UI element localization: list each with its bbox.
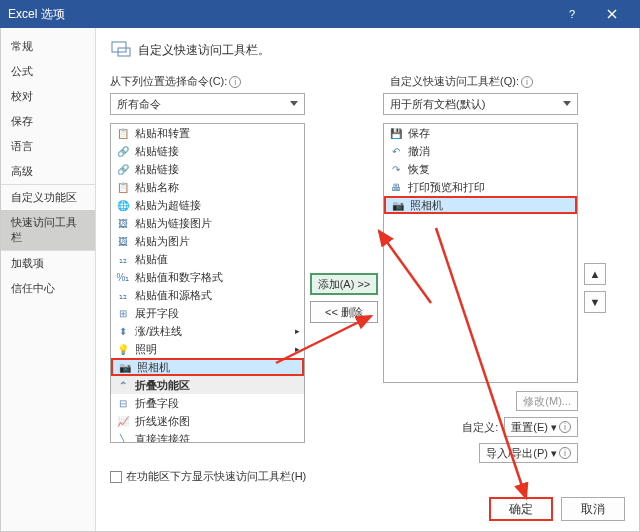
camera-icon: 📷: [117, 360, 133, 375]
undo-icon: ↶: [388, 144, 404, 159]
info-icon: i: [559, 447, 571, 459]
sidebar-item-trust[interactable]: 信任中心: [1, 276, 95, 301]
list-item[interactable]: 💾保存: [384, 124, 577, 142]
remove-button[interactable]: << 删除: [310, 301, 378, 323]
qat-commands-listbox[interactable]: 💾保存 ↶撤消 ↷恢复 🖶打印预览和打印 📷照相机: [383, 123, 578, 383]
close-button[interactable]: [592, 0, 632, 28]
collapse-icon: ⌃: [115, 378, 131, 393]
list-item[interactable]: ↶撤消: [384, 142, 577, 160]
list-item[interactable]: ⊟折叠字段: [111, 394, 304, 412]
list-item[interactable]: 🖼粘贴为图片: [111, 232, 304, 250]
svg-rect-2: [112, 42, 126, 52]
show-below-ribbon-checkbox[interactable]: [110, 471, 122, 483]
paste-link-icon: 🔗: [115, 162, 131, 177]
paste-icon: 📋: [115, 126, 131, 141]
sparkline-icon: 📈: [115, 414, 131, 429]
help-button[interactable]: ?: [552, 0, 592, 28]
choose-commands-label: 从下列位置选择命令(C):i: [110, 74, 315, 89]
sidebar-item-formulas[interactable]: 公式: [1, 59, 95, 84]
customize-label: 自定义:: [462, 420, 498, 435]
list-item-camera[interactable]: 📷照相机: [384, 196, 577, 214]
list-item[interactable]: 📈折线迷你图: [111, 412, 304, 430]
category-sidebar: 常规 公式 校对 保存 语言 高级 自定义功能区 快速访问工具栏 加载项 信任中…: [1, 28, 96, 531]
picture-icon: 🖼: [115, 234, 131, 249]
chevron-up-icon: ▲: [590, 268, 601, 280]
collapse-field-icon: ⊟: [115, 396, 131, 411]
list-item[interactable]: 📋粘贴名称: [111, 178, 304, 196]
list-item[interactable]: ↷恢复: [384, 160, 577, 178]
list-item[interactable]: %₁粘贴值和数字格式: [111, 268, 304, 286]
available-commands-listbox[interactable]: 📋粘贴和转置 🔗粘贴链接 🔗粘贴链接 📋粘贴名称 🌐粘贴为超链接 🖼粘贴为链接图…: [110, 123, 305, 443]
list-item[interactable]: 🔗粘贴链接: [111, 142, 304, 160]
reset-dropdown[interactable]: 重置(E) ▾i: [504, 417, 578, 437]
list-item[interactable]: ⊞展开字段: [111, 304, 304, 322]
print-icon: 🖶: [388, 180, 404, 195]
ok-button[interactable]: 确定: [489, 497, 553, 521]
paste-values-num-icon: %₁: [115, 270, 131, 285]
sidebar-item-proofing[interactable]: 校对: [1, 84, 95, 109]
save-icon: 💾: [388, 126, 404, 141]
info-icon: i: [229, 76, 241, 88]
modify-button[interactable]: 修改(M)...: [516, 391, 578, 411]
customize-qat-label: 自定义快速访问工具栏(Q):i: [390, 74, 533, 89]
list-item[interactable]: 🖶打印预览和打印: [384, 178, 577, 196]
sidebar-item-save[interactable]: 保存: [1, 109, 95, 134]
sidebar-item-language[interactable]: 语言: [1, 134, 95, 159]
sidebar-item-qat[interactable]: 快速访问工具栏: [1, 210, 95, 250]
sidebar-item-addins[interactable]: 加载项: [1, 251, 95, 276]
paste-name-icon: 📋: [115, 180, 131, 195]
picture-link-icon: 🖼: [115, 216, 131, 231]
camera-icon: 📷: [390, 198, 406, 213]
move-up-button[interactable]: ▲: [584, 263, 606, 285]
sidebar-item-general[interactable]: 常规: [1, 34, 95, 59]
import-export-dropdown[interactable]: 导入/导出(P) ▾i: [479, 443, 578, 463]
qat-target-select[interactable]: 用于所有文档(默认): [383, 93, 578, 115]
list-item[interactable]: ⌃折叠功能区: [111, 376, 304, 394]
list-item[interactable]: 🔗粘贴链接: [111, 160, 304, 178]
info-icon: i: [559, 421, 571, 433]
chevron-down-icon: [290, 101, 298, 106]
info-icon: i: [521, 76, 533, 88]
move-down-button[interactable]: ▼: [584, 291, 606, 313]
paste-link-icon: 🔗: [115, 144, 131, 159]
paste-values-src-icon: ₁₂: [115, 288, 131, 303]
commands-source-select[interactable]: 所有命令: [110, 93, 305, 115]
list-item-camera[interactable]: 📷照相机: [111, 358, 304, 376]
list-item[interactable]: 💡照明▸: [111, 340, 304, 358]
chevron-down-icon: [563, 101, 571, 106]
show-below-ribbon-label: 在功能区下方显示快速访问工具栏(H): [126, 469, 306, 484]
list-item[interactable]: ₁₂粘贴值和源格式: [111, 286, 304, 304]
list-item[interactable]: 📋粘贴和转置: [111, 124, 304, 142]
light-icon: 💡: [115, 342, 131, 357]
paste-values-icon: ₁₂: [115, 252, 131, 267]
hyperlink-icon: 🌐: [115, 198, 131, 213]
list-item[interactable]: 🖼粘贴为链接图片: [111, 214, 304, 232]
cancel-button[interactable]: 取消: [561, 497, 625, 521]
redo-icon: ↷: [388, 162, 404, 177]
list-item[interactable]: 🌐粘贴为超链接: [111, 196, 304, 214]
close-icon: [605, 7, 619, 21]
page-title: 自定义快速访问工具栏。: [138, 42, 270, 59]
sidebar-item-advanced[interactable]: 高级: [1, 159, 95, 184]
dialog-title: Excel 选项: [8, 6, 552, 23]
add-button[interactable]: 添加(A) >>: [310, 273, 378, 295]
line-icon: ╲: [115, 432, 131, 443]
chevron-down-icon: ▼: [590, 296, 601, 308]
sidebar-item-customize-ribbon[interactable]: 自定义功能区: [1, 185, 95, 210]
expand-icon: ⊞: [115, 306, 131, 321]
list-item[interactable]: ⬍涨/跌柱线▸: [111, 322, 304, 340]
updown-bars-icon: ⬍: [115, 324, 131, 339]
list-item[interactable]: ╲直接连接符: [111, 430, 304, 442]
qat-icon: [110, 38, 132, 62]
list-item[interactable]: ₁₂粘贴值: [111, 250, 304, 268]
